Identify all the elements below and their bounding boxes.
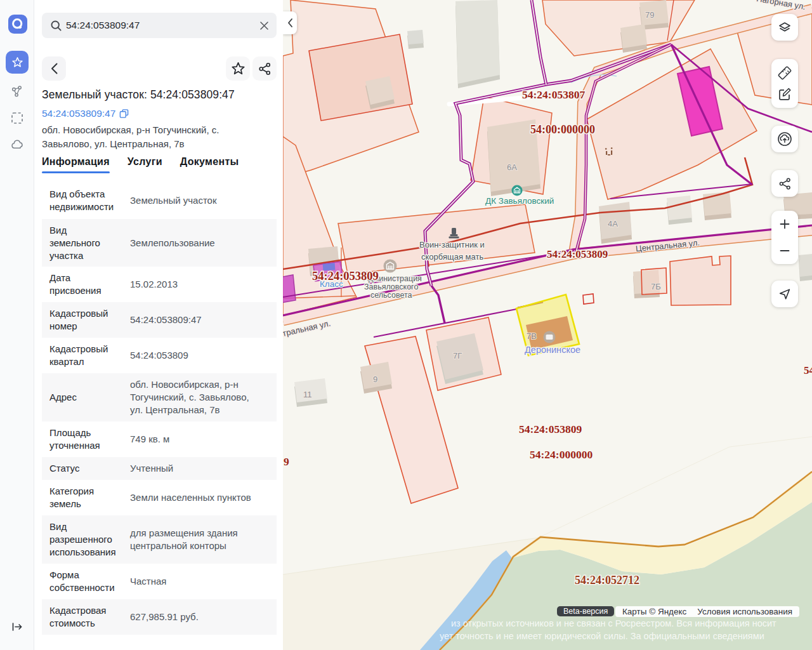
row-label: Кадастровая стоимость — [42, 604, 130, 630]
table-row: Вид земельного участка Землепользование — [42, 219, 277, 267]
search-input[interactable] — [62, 20, 259, 31]
table-row: Площадь уточненная 749 кв. м — [42, 421, 277, 457]
object-panel: Земельный участок: 54:24:053809:47 54:24… — [35, 0, 283, 650]
building-label: 7В — [527, 331, 537, 341]
building-label: 11 — [303, 390, 312, 399]
beta-badge: Beta-версия — [557, 606, 614, 616]
map-magenta-parcel-3[interactable] — [283, 275, 296, 303]
building-label: 4А — [608, 219, 618, 229]
map-share-button[interactable] — [771, 170, 798, 197]
clear-search-icon[interactable] — [259, 21, 269, 30]
table-row: Статус Учтенный — [42, 457, 277, 480]
row-value: обл. Новосибирская, р-н Тогучинский, с. … — [130, 378, 265, 416]
info-table: Вид объекта недвижимости Земельный участ… — [42, 182, 277, 635]
sidebar-item-selection[interactable] — [6, 107, 29, 129]
building-label: 9 — [373, 375, 377, 384]
building-label: 6А — [507, 162, 517, 172]
app-rail — [0, 0, 34, 650]
cloud-upload-icon — [776, 131, 793, 147]
zoom-in-icon — [780, 219, 790, 229]
layers-button[interactable] — [771, 14, 798, 41]
tab-services[interactable]: Услуги — [128, 156, 162, 173]
search-icon — [50, 20, 62, 32]
back-button[interactable] — [42, 56, 66, 81]
cadastral-label: 54:00:000000 — [530, 123, 595, 136]
tabs: Информация Услуги Документы — [42, 156, 239, 173]
row-label: Вид объекта недвижимости — [42, 188, 130, 213]
row-value: 627,985.91 руб. — [130, 611, 265, 623]
page-title: Земельный участок: 54:24:053809:47 — [42, 88, 277, 102]
row-value: 54:24:053809:47 — [130, 314, 265, 326]
collapse-panel-button[interactable] — [283, 11, 297, 34]
table-row: Адрес обл. Новосибирская, р-н Тогучински… — [42, 373, 277, 421]
favorite-button[interactable] — [226, 56, 250, 81]
zoom-in-button[interactable] — [771, 211, 798, 237]
poi-label-dk: ДК Завьяловский — [485, 196, 554, 206]
table-row: Дата присвоения 15.02.2013 — [42, 267, 277, 302]
disclaimer-line-2: ует точность и не имеет юридической силы… — [440, 631, 764, 641]
tab-documents[interactable]: Документы — [180, 156, 239, 173]
zoom-control — [771, 211, 798, 264]
locate-button[interactable] — [771, 281, 798, 307]
poi-label-monument-1: Воин-защитник и — [419, 240, 485, 249]
logout-button[interactable] — [9, 618, 25, 635]
zoom-out-button[interactable] — [771, 237, 798, 264]
share-icon — [258, 62, 272, 76]
table-row: Кадастровый номер 54:24:053809:47 — [42, 302, 277, 338]
measure-tools-group — [771, 59, 798, 108]
row-value: для размещения здания центральной контор… — [130, 527, 265, 552]
row-label: Вид разрешенного использования — [42, 521, 130, 559]
government-icon — [384, 260, 397, 273]
logo-a-icon — [11, 17, 25, 31]
cadastral-label: 54:24:052712 — [575, 574, 639, 587]
table-row: Категория земель Земли населенных пункто… — [42, 480, 277, 515]
culture-house-icon — [512, 185, 523, 196]
copy-icon[interactable] — [119, 109, 129, 119]
share-nodes-icon — [778, 176, 792, 191]
building-label: 7Г — [453, 351, 462, 361]
map-canvas[interactable]: Центральная ул. Центральная ул. Нагорная… — [283, 0, 812, 650]
terms-of-use-link[interactable]: Условия использования — [697, 607, 792, 616]
cadastral-number-link[interactable]: 54:24:053809:47 — [42, 108, 129, 119]
row-label: Площадь уточненная — [42, 427, 130, 452]
chevron-left-icon — [287, 18, 293, 28]
chevron-left-icon — [50, 62, 58, 75]
row-label: Статус — [42, 462, 130, 475]
disclaimer-line-1: из открытых источников и не связан с Рос… — [451, 618, 776, 628]
table-row: Форма собственности Частная — [42, 564, 277, 599]
row-value: 54:24:053809 — [130, 349, 265, 362]
zoom-out-icon — [780, 246, 790, 256]
app-logo[interactable] — [8, 15, 27, 34]
star-icon — [230, 61, 246, 77]
row-value: 15.02.2013 — [130, 278, 265, 291]
ruler-icon[interactable] — [777, 65, 792, 81]
cadastral-label: 54:24:053809 — [547, 248, 608, 260]
cadastral-label: 54:24:053809 — [312, 270, 379, 282]
table-row: Вид разрешенного использования для разме… — [42, 515, 277, 564]
row-label: Дата присвоения — [42, 272, 130, 297]
share-button[interactable] — [252, 56, 277, 81]
edit-icon[interactable] — [777, 86, 792, 102]
cadastral-label: 54 — [804, 364, 812, 376]
cadastral-label: 54:24:000000 — [530, 448, 593, 461]
row-label: Форма собственности — [42, 569, 130, 594]
sidebar-item-cloud[interactable] — [6, 133, 29, 156]
row-label: Адрес — [42, 391, 130, 404]
logout-icon — [11, 620, 24, 633]
building-label: 7Б — [651, 282, 661, 291]
cadastral-label: 54:24:053807 — [522, 88, 585, 101]
sidebar-item-favorites[interactable] — [6, 51, 29, 74]
sidebar-item-objects[interactable] — [6, 80, 29, 103]
upload-button[interactable] — [771, 126, 798, 152]
tab-information[interactable]: Информация — [42, 156, 110, 173]
map-parcel-7[interactable] — [670, 256, 731, 305]
map-copyright: Карты © Яндекс — [622, 607, 686, 616]
object-address: обл. Новосибирская, р-н Тогучинский, с. … — [42, 123, 251, 151]
cloud-icon — [10, 138, 25, 152]
poi-label-deroninskoe: Деронинское — [525, 345, 580, 355]
poi-label-admin-2: Завьяловского — [364, 282, 418, 291]
dashed-square-icon — [11, 112, 23, 124]
locate-arrow-icon — [778, 287, 792, 301]
table-row: Кадастровая стоимость 627,985.91 руб. — [42, 599, 277, 635]
poi-label-admin-3: сельсовета — [370, 291, 412, 300]
